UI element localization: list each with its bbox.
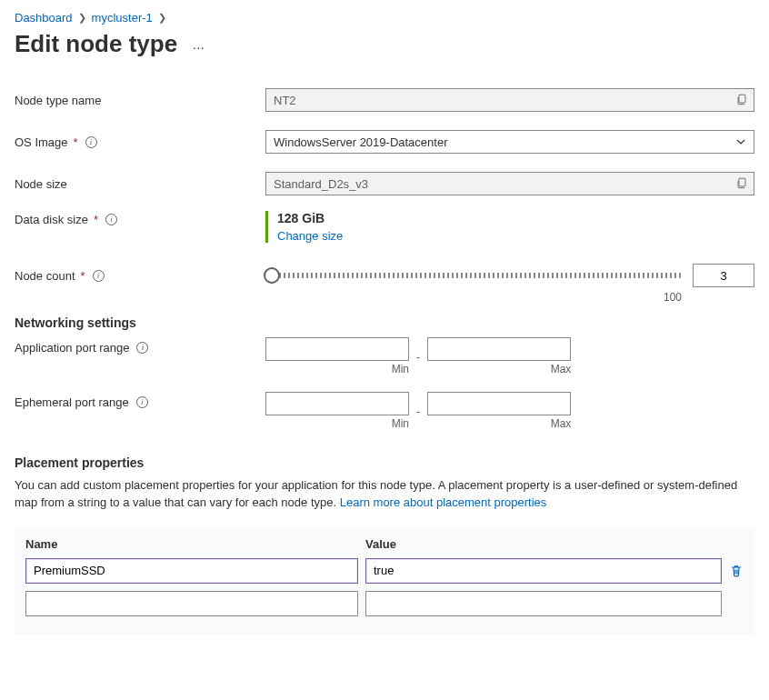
app-port-max-input[interactable]	[427, 337, 571, 361]
node-size-field: Standard_D2s_v3	[265, 172, 754, 195]
label-max: Max	[427, 417, 571, 430]
info-icon[interactable]: i	[93, 270, 105, 282]
label-app-port-range: Application port range	[15, 341, 129, 355]
placement-table: Name Value	[15, 528, 754, 635]
label-node-type-name: Node type name	[15, 94, 265, 107]
label-min: Min	[265, 363, 409, 375]
breadcrumb-dashboard[interactable]: Dashboard	[15, 11, 73, 25]
required-asterisk: *	[94, 213, 98, 226]
node-count-slider[interactable]	[265, 273, 682, 278]
chevron-right-icon: ❯	[78, 12, 86, 24]
page-title: Edit node type …	[15, 30, 754, 58]
placement-name-input[interactable]	[25, 558, 358, 584]
column-name: Name	[25, 537, 365, 551]
more-menu-button[interactable]: …	[192, 37, 205, 52]
section-placement: Placement properties	[15, 455, 754, 470]
learn-more-link[interactable]: Learn more about placement properties	[340, 495, 547, 509]
eph-port-min-input[interactable]	[265, 392, 409, 415]
label-os-image: OS Image	[15, 135, 68, 149]
info-icon[interactable]: i	[136, 396, 148, 408]
info-icon[interactable]: i	[105, 214, 117, 225]
breadcrumb: Dashboard ❯ mycluster-1 ❯	[15, 11, 754, 25]
info-icon[interactable]: i	[136, 342, 148, 354]
column-value: Value	[365, 537, 396, 551]
label-eph-port-range: Ephemeral port range	[15, 395, 129, 409]
placement-name-input[interactable]	[25, 591, 358, 616]
copy-icon[interactable]	[735, 176, 748, 189]
change-size-link[interactable]: Change size	[277, 229, 343, 243]
data-disk-size-value: 128 GiB	[277, 211, 754, 225]
svg-rect-0	[739, 95, 745, 103]
node-count-input[interactable]	[693, 264, 754, 287]
trash-icon[interactable]	[729, 564, 744, 578]
label-data-disk-size: Data disk size	[15, 213, 88, 226]
placement-row-empty	[25, 591, 744, 616]
svg-rect-1	[739, 178, 745, 186]
chevron-down-icon	[735, 136, 746, 147]
required-asterisk: *	[74, 135, 78, 149]
copy-icon[interactable]	[735, 93, 748, 105]
app-port-min-input[interactable]	[265, 337, 409, 361]
data-disk-size-block: 128 GiB Change size	[265, 211, 754, 243]
node-count-max: 100	[664, 291, 682, 304]
range-dash: -	[416, 405, 420, 418]
os-image-select[interactable]: WindowsServer 2019-Datacenter	[265, 130, 754, 154]
label-max: Max	[427, 363, 571, 375]
placement-value-input[interactable]	[365, 558, 722, 584]
info-icon[interactable]: i	[85, 136, 97, 148]
breadcrumb-cluster[interactable]: mycluster-1	[92, 11, 153, 25]
label-min: Min	[265, 417, 409, 430]
label-node-size: Node size	[15, 177, 265, 191]
eph-port-max-input[interactable]	[427, 392, 571, 415]
section-networking: Networking settings	[15, 315, 754, 330]
range-dash: -	[416, 350, 420, 364]
placement-row	[25, 558, 744, 584]
chevron-right-icon: ❯	[158, 12, 166, 24]
placement-description: You can add custom placement properties …	[15, 477, 754, 512]
node-type-name-field: NT2	[265, 88, 754, 112]
required-asterisk: *	[81, 269, 85, 283]
label-node-count: Node count	[15, 269, 75, 283]
placement-value-input[interactable]	[365, 591, 722, 616]
slider-thumb[interactable]	[264, 267, 280, 284]
